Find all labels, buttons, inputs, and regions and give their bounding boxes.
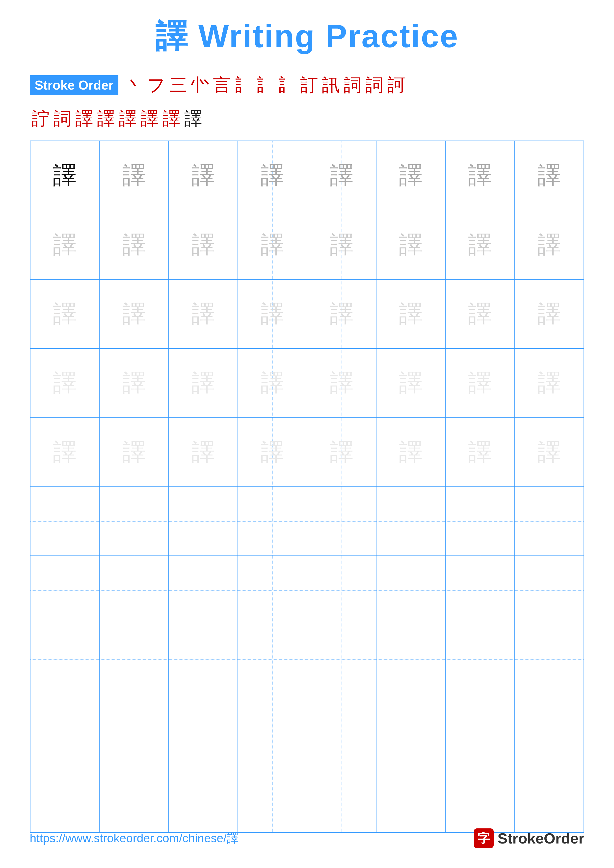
- grid-cell-4-3[interactable]: 譯: [169, 349, 238, 417]
- grid-cell-2-1[interactable]: 譯: [30, 210, 99, 279]
- grid-cell-1-7[interactable]: 譯: [445, 141, 515, 210]
- stroke-18: 譯: [119, 107, 137, 131]
- grid-cell-9-2[interactable]: [99, 694, 168, 763]
- grid-cell-10-5[interactable]: [307, 763, 376, 832]
- grid-cell-4-2[interactable]: 譯: [99, 349, 168, 417]
- grid-cell-7-2[interactable]: [99, 556, 168, 625]
- grid-cell-10-2[interactable]: [99, 763, 168, 832]
- grid-cell-8-6[interactable]: [376, 625, 445, 694]
- grid-cell-2-2[interactable]: 譯: [99, 210, 168, 279]
- grid-cell-10-7[interactable]: [445, 763, 515, 832]
- grid-cell-3-2[interactable]: 譯: [99, 279, 168, 349]
- grid-cell-2-6[interactable]: 譯: [376, 210, 445, 279]
- grid-cell-10-8[interactable]: [515, 763, 584, 832]
- grid-cell-6-4[interactable]: [238, 487, 307, 556]
- grid-cell-1-3[interactable]: 譯: [169, 141, 238, 210]
- practice-char: 譯: [468, 440, 492, 464]
- practice-char: 譯: [53, 164, 76, 187]
- practice-char: 譯: [399, 302, 423, 326]
- grid-cell-1-5[interactable]: 譯: [307, 141, 376, 210]
- grid-cell-3-5[interactable]: 譯: [307, 279, 376, 349]
- grid-cell-6-8[interactable]: [515, 487, 584, 556]
- grid-cell-8-4[interactable]: [238, 625, 307, 694]
- grid-cell-3-6[interactable]: 譯: [376, 279, 445, 349]
- grid-cell-1-4[interactable]: 譯: [238, 141, 307, 210]
- grid-cell-6-5[interactable]: [307, 487, 376, 556]
- grid-cell-3-7[interactable]: 譯: [445, 279, 515, 349]
- grid-cell-6-3[interactable]: [169, 487, 238, 556]
- grid-cell-4-7[interactable]: 譯: [445, 349, 515, 417]
- grid-cell-7-5[interactable]: [307, 556, 376, 625]
- grid-cell-9-3[interactable]: [169, 694, 238, 763]
- grid-cell-5-8[interactable]: 譯: [515, 418, 584, 487]
- grid-cell-8-2[interactable]: [99, 625, 168, 694]
- stroke-order-badge: Stroke Order: [30, 75, 118, 95]
- grid-cell-1-2[interactable]: 譯: [99, 141, 168, 210]
- grid-cell-6-1[interactable]: [30, 487, 99, 556]
- practice-char: 譯: [538, 233, 561, 257]
- grid-cell-8-5[interactable]: [307, 625, 376, 694]
- grid-cell-1-8[interactable]: 譯: [515, 141, 584, 210]
- grid-cell-2-5[interactable]: 譯: [307, 210, 376, 279]
- footer-url[interactable]: https://www.strokeorder.com/chinese/譯: [30, 831, 238, 846]
- grid-cell-1-1[interactable]: 譯: [30, 141, 99, 210]
- grid-cell-2-3[interactable]: 譯: [169, 210, 238, 279]
- grid-cell-3-4[interactable]: 譯: [238, 279, 307, 349]
- footer-logo: 字 StrokeOrder: [474, 828, 584, 848]
- grid-cell-8-7[interactable]: [445, 625, 515, 694]
- grid-cell-4-4[interactable]: 譯: [238, 349, 307, 417]
- grid-cell-7-4[interactable]: [238, 556, 307, 625]
- grid-cell-6-2[interactable]: [99, 487, 168, 556]
- grid-cell-7-1[interactable]: [30, 556, 99, 625]
- grid-cell-5-6[interactable]: 譯: [376, 418, 445, 487]
- grid-cell-4-5[interactable]: 譯: [307, 349, 376, 417]
- grid-cell-10-1[interactable]: [30, 763, 99, 832]
- grid-cell-7-3[interactable]: [169, 556, 238, 625]
- stroke-11: 詞: [344, 73, 362, 97]
- grid-cell-9-8[interactable]: [515, 694, 584, 763]
- grid-cell-4-1[interactable]: 譯: [30, 349, 99, 417]
- grid-cell-5-7[interactable]: 譯: [445, 418, 515, 487]
- stroke-10: 訊: [322, 73, 340, 97]
- grid-cell-5-1[interactable]: 譯: [30, 418, 99, 487]
- grid-cell-10-3[interactable]: [169, 763, 238, 832]
- practice-char: 譯: [538, 440, 561, 464]
- grid-cell-2-8[interactable]: 譯: [515, 210, 584, 279]
- grid-cell-2-7[interactable]: 譯: [445, 210, 515, 279]
- stroke-16: 譯: [75, 107, 93, 131]
- grid-cell-8-3[interactable]: [169, 625, 238, 694]
- grid-cell-7-7[interactable]: [445, 556, 515, 625]
- grid-cell-2-4[interactable]: 譯: [238, 210, 307, 279]
- grid-cell-10-4[interactable]: [238, 763, 307, 832]
- grid-cell-5-3[interactable]: 譯: [169, 418, 238, 487]
- grid-cell-4-6[interactable]: 譯: [376, 349, 445, 417]
- stroke-row-2: 詝 詞 譯 譯 譯 譯 譯 譯: [30, 107, 584, 131]
- stroke-19: 譯: [141, 107, 159, 131]
- grid-cell-3-8[interactable]: 譯: [515, 279, 584, 349]
- grid-cell-1-6[interactable]: 譯: [376, 141, 445, 210]
- grid-cell-3-3[interactable]: 譯: [169, 279, 238, 349]
- grid-cell-9-1[interactable]: [30, 694, 99, 763]
- grid-cell-3-1[interactable]: 譯: [30, 279, 99, 349]
- grid-cell-9-7[interactable]: [445, 694, 515, 763]
- grid-cell-5-4[interactable]: 譯: [238, 418, 307, 487]
- practice-char: 譯: [538, 164, 561, 187]
- grid-cell-8-8[interactable]: [515, 625, 584, 694]
- grid-cell-10-6[interactable]: [376, 763, 445, 832]
- practice-grid: 譯 譯 譯 譯 譯 譯 譯 譯 譯 譯 譯: [30, 141, 584, 833]
- grid-cell-5-2[interactable]: 譯: [99, 418, 168, 487]
- grid-cell-7-8[interactable]: [515, 556, 584, 625]
- practice-char: 譯: [399, 371, 423, 395]
- practice-char: 譯: [468, 371, 492, 395]
- grid-cell-9-5[interactable]: [307, 694, 376, 763]
- grid-cell-4-8[interactable]: 譯: [515, 349, 584, 417]
- grid-cell-6-7[interactable]: [445, 487, 515, 556]
- grid-cell-5-5[interactable]: 譯: [307, 418, 376, 487]
- grid-cell-6-6[interactable]: [376, 487, 445, 556]
- grid-cell-9-4[interactable]: [238, 694, 307, 763]
- grid-cell-7-6[interactable]: [376, 556, 445, 625]
- grid-cell-9-6[interactable]: [376, 694, 445, 763]
- grid-cell-8-1[interactable]: [30, 625, 99, 694]
- practice-char: 譯: [122, 164, 146, 187]
- footer: https://www.strokeorder.com/chinese/譯 字 …: [30, 828, 584, 848]
